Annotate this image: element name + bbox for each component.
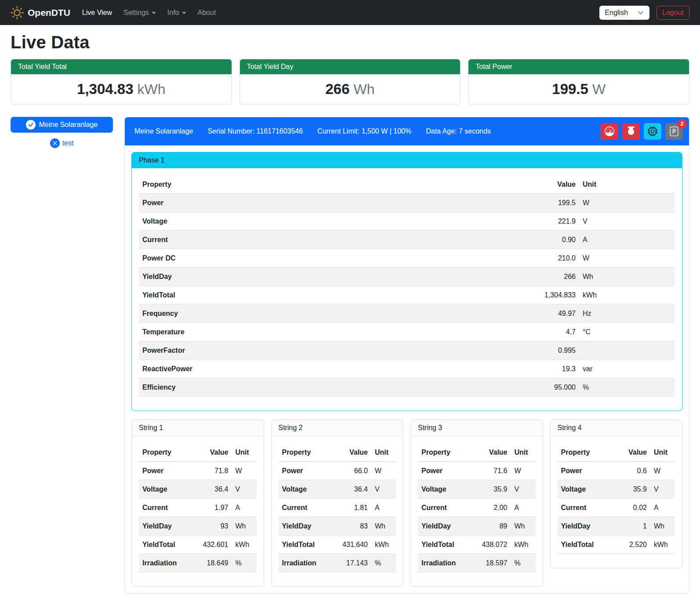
- table-row: Power0.6W: [558, 462, 675, 480]
- table-row: YieldTotal438.072kWh: [418, 535, 536, 554]
- string-table: Property Value Unit Power71.6WVoltage35.…: [418, 443, 536, 572]
- card-body: 1,304.83kWh: [11, 74, 232, 104]
- unit-cell: W: [232, 462, 257, 480]
- table-header-row: Property Value Unit: [139, 175, 675, 194]
- string-2-card: String 2 Property Value Unit: [271, 420, 404, 587]
- table-row: Voltage36.4V: [139, 480, 257, 499]
- property-cell: Power: [139, 462, 196, 480]
- string-title: String 1: [132, 420, 264, 436]
- table-row: YieldDay1Wh: [558, 517, 675, 535]
- value-cell: 19.3: [526, 360, 579, 378]
- string-table: Property Value Unit Power66.0WVoltage36.…: [279, 443, 396, 572]
- property-cell: Voltage: [558, 480, 615, 499]
- column-value: Value: [196, 443, 232, 462]
- string-1-card: String 1 Property Value Unit: [131, 420, 264, 587]
- value-cell: 2.520: [614, 535, 650, 554]
- card-value: 1,304.83: [77, 81, 133, 97]
- value-cell: 0.995: [526, 341, 579, 360]
- nav-item-info[interactable]: Info: [162, 5, 192, 20]
- card-unit: Wh: [354, 81, 375, 97]
- property-cell: Irradiation: [418, 554, 475, 572]
- inverter-item-test[interactable]: test: [11, 138, 113, 148]
- unit-cell: Hz: [579, 304, 675, 323]
- column-unit: Unit: [579, 175, 675, 194]
- value-cell: 1: [614, 517, 650, 535]
- unit-cell: kWh: [511, 535, 536, 554]
- inverter-name: Meine Solaranlage: [134, 127, 193, 135]
- property-cell: Power: [418, 462, 475, 480]
- table-header-row: Property Value Unit: [418, 443, 536, 462]
- strings-row: String 1 Property Value Unit: [131, 420, 682, 587]
- value-cell: 49.97: [526, 304, 579, 323]
- table-row: Power199.5W: [139, 194, 675, 212]
- table-row: YieldTotal432.601kWh: [139, 535, 257, 554]
- event-count-badge: 2: [677, 119, 687, 129]
- property-cell: Power DC: [139, 249, 526, 268]
- property-cell: Power: [139, 194, 526, 212]
- value-cell: 1.81: [335, 499, 371, 517]
- property-cell: YieldTotal: [139, 535, 196, 554]
- value-cell: 431.640: [335, 535, 371, 554]
- nav-item-live-view[interactable]: Live View: [76, 5, 118, 20]
- unit-cell: A: [232, 499, 257, 517]
- unit-cell: V: [232, 480, 257, 499]
- nav-item-label: About: [198, 9, 216, 17]
- table-header-row: Property Value Unit: [279, 443, 396, 462]
- value-cell: 89: [475, 517, 511, 535]
- power-settings-button[interactable]: [622, 123, 640, 140]
- column-value: Value: [526, 175, 579, 194]
- unit-cell: kWh: [650, 535, 675, 554]
- device-info-button[interactable]: [644, 123, 661, 140]
- total-power-card: Total Power 199.5W: [468, 59, 689, 105]
- string-4-card: String 4 Property Value Unit: [550, 420, 683, 568]
- table-row: Frequency49.97Hz: [139, 304, 675, 323]
- logout-button[interactable]: Logout: [656, 6, 689, 20]
- property-cell: Irradiation: [279, 554, 336, 572]
- unit-cell: Wh: [511, 517, 536, 535]
- property-cell: Current: [558, 499, 615, 517]
- value-cell: 0.02: [614, 499, 650, 517]
- property-cell: YieldTotal: [139, 286, 526, 304]
- table-row: Efficiency95.000%: [139, 378, 675, 397]
- event-log-button[interactable]: 2: [665, 123, 683, 140]
- page-title: Live Data: [11, 33, 689, 52]
- unit-cell: kWh: [579, 286, 675, 304]
- phase-title: Phase 1: [132, 152, 682, 168]
- table-row: Power DC210.0W: [139, 249, 675, 268]
- table-header-row: Property Value Unit: [139, 443, 257, 462]
- card-value: 199.5: [552, 81, 588, 97]
- brand[interactable]: OpenDTU: [11, 6, 70, 19]
- card-value: 266: [325, 81, 349, 97]
- inverter-toolbar: 2: [601, 123, 683, 140]
- navbar-right: English Logout: [599, 6, 689, 20]
- inverter-card: Meine Solaranlage Serial Number: 1161716…: [124, 117, 689, 594]
- speedometer-icon: [605, 127, 614, 136]
- property-cell: Temperature: [139, 323, 526, 341]
- card-unit: kWh: [138, 81, 166, 97]
- limit-settings-button[interactable]: [601, 123, 618, 140]
- unit-cell: A: [371, 499, 396, 517]
- table-row: YieldDay266Wh: [139, 268, 675, 286]
- column-value: Value: [475, 443, 511, 462]
- journal-text-icon: [669, 127, 679, 136]
- value-cell: 18.597: [475, 554, 511, 572]
- table-row: Voltage36.4V: [279, 480, 396, 499]
- string-table: Property Value Unit Power71.8WVoltage36.…: [139, 443, 257, 572]
- cpu-icon: [648, 127, 657, 136]
- card-title: Total Power: [468, 59, 689, 74]
- language-select[interactable]: English: [599, 6, 649, 20]
- card-body: 266Wh: [240, 74, 461, 104]
- nav-item-about[interactable]: About: [192, 5, 222, 20]
- unit-cell: °C: [579, 323, 675, 341]
- value-cell: 2.00: [475, 499, 511, 517]
- nav-item-settings[interactable]: Settings: [118, 5, 162, 20]
- chevron-down-icon: [152, 12, 156, 14]
- unit-cell: kWh: [371, 535, 396, 554]
- navbar: OpenDTU Live View Settings Info About En…: [0, 0, 700, 25]
- inverter-select-label: Meine Solaranlage: [39, 121, 98, 129]
- inverter-sidebar: Meine Solaranlage test: [11, 117, 113, 148]
- unit-cell: A: [511, 499, 536, 517]
- table-row: YieldTotal1,304.833kWh: [139, 286, 675, 304]
- inverter-select-button[interactable]: Meine Solaranlage: [11, 117, 113, 133]
- table-row: YieldDay83Wh: [279, 517, 396, 535]
